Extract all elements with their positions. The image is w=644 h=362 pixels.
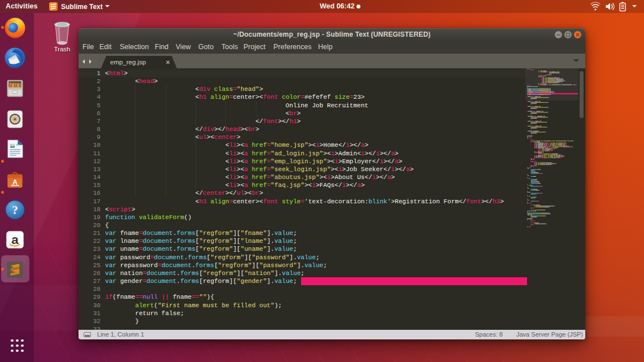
svg-text:a: a (11, 233, 19, 247)
svg-text:?: ? (12, 203, 18, 216)
svg-text:A: A (12, 178, 18, 186)
